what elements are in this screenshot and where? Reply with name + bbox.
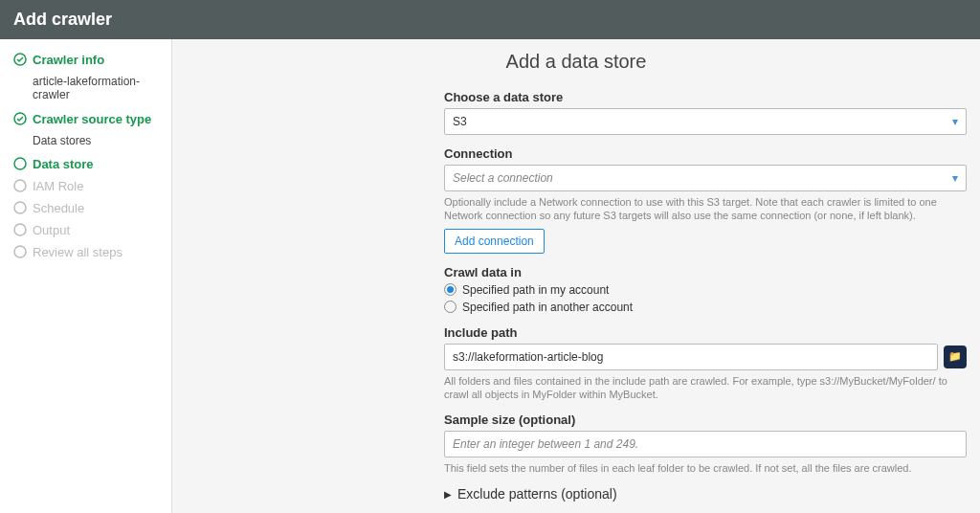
step-label: Data store — [33, 157, 94, 173]
step-schedule[interactable]: Schedule — [13, 201, 162, 217]
circle-icon — [13, 223, 27, 236]
connection-label: Connection — [444, 146, 967, 161]
svg-point-4 — [14, 202, 26, 213]
chevron-down-icon: ▾ — [952, 115, 958, 128]
include-path-help: All folders and files contained in the i… — [444, 374, 967, 402]
step-output[interactable]: Output — [13, 223, 162, 239]
step-label: Schedule — [33, 201, 84, 217]
field-connection: Connection Select a connection ▾ Optiona… — [444, 146, 967, 254]
exclude-label: Exclude patterns (optional) — [457, 486, 617, 502]
page-header: Add crawler — [0, 0, 980, 39]
step-crawler-info[interactable]: Crawler info — [13, 53, 162, 69]
step-label: IAM Role — [33, 179, 83, 195]
step-label: Crawler source type — [33, 112, 151, 128]
radio-icon — [444, 283, 457, 296]
crawl-in-option-0[interactable]: Specified path in my account — [444, 283, 967, 297]
chevron-down-icon: ▾ — [952, 171, 958, 185]
check-circle-icon — [13, 112, 27, 125]
include-path-label: Include path — [444, 325, 967, 340]
svg-point-6 — [14, 246, 26, 257]
datastore-value: S3 — [453, 115, 467, 128]
check-circle-icon — [13, 53, 27, 66]
wizard-sidebar: Crawler info article-lakeformation-crawl… — [0, 39, 172, 513]
step-iam-role[interactable]: IAM Role — [13, 179, 162, 195]
circle-icon — [13, 157, 27, 170]
field-include-path: Include path s3://lakeformation-article-… — [444, 325, 967, 402]
page-title: Add a data store — [186, 51, 967, 73]
field-datastore: Choose a data store S3 ▾ — [444, 90, 967, 135]
datastore-select[interactable]: S3 ▾ — [444, 108, 967, 135]
step-crawler-source-type[interactable]: Crawler source type — [13, 112, 162, 128]
field-sample-size: Sample size (optional) Enter an integer … — [444, 413, 967, 475]
field-crawl-in: Crawl data in Specified path in my accou… — [444, 265, 967, 314]
sample-size-help: This field sets the number of files in e… — [444, 461, 967, 475]
include-path-input[interactable]: s3://lakeformation-article-blog — [444, 344, 938, 370]
main-panel: Add a data store Choose a data store S3 … — [172, 39, 980, 513]
step-review[interactable]: Review all steps — [13, 245, 162, 261]
connection-select[interactable]: Select a connection ▾ — [444, 165, 967, 191]
exclude-patterns-expander[interactable]: ▶ Exclude patterns (optional) — [444, 486, 967, 502]
circle-icon — [13, 179, 27, 192]
radio-icon — [444, 301, 457, 313]
svg-point-3 — [14, 180, 26, 191]
triangle-right-icon: ▶ — [444, 489, 452, 500]
sample-size-placeholder: Enter an integer between 1 and 249. — [453, 437, 638, 451]
connection-help: Optionally include a Network connection … — [444, 195, 967, 223]
sample-size-input[interactable]: Enter an integer between 1 and 249. — [444, 431, 967, 457]
include-path-value: s3://lakeformation-article-blog — [453, 350, 603, 364]
page-header-title: Add crawler — [13, 10, 112, 29]
step-label: Review all steps — [33, 245, 122, 261]
step-sub-source-type: Data stores — [33, 134, 162, 147]
crawl-in-label: Crawl data in — [444, 265, 967, 279]
datastore-label: Choose a data store — [444, 90, 967, 104]
radio-label: Specified path in my account — [462, 283, 609, 297]
folder-icon: 📁 — [948, 350, 962, 363]
add-connection-button[interactable]: Add connection — [444, 229, 545, 254]
step-sub-crawler-info: article-lakeformation-crawler — [33, 75, 162, 102]
step-label: Output — [33, 223, 70, 239]
svg-point-2 — [14, 158, 26, 169]
connection-placeholder: Select a connection — [453, 171, 553, 185]
svg-point-5 — [14, 224, 26, 235]
browse-folder-button[interactable]: 📁 — [944, 346, 967, 368]
form: Choose a data store S3 ▾ Connection Sele… — [444, 90, 967, 502]
layout: Crawler info article-lakeformation-crawl… — [0, 39, 980, 513]
circle-icon — [13, 201, 27, 214]
sample-size-label: Sample size (optional) — [444, 413, 967, 427]
step-label: Crawler info — [33, 53, 104, 69]
circle-icon — [13, 245, 27, 258]
crawl-in-option-1[interactable]: Specified path in another account — [444, 301, 967, 314]
radio-label: Specified path in another account — [462, 301, 633, 314]
step-data-store[interactable]: Data store — [13, 157, 162, 173]
